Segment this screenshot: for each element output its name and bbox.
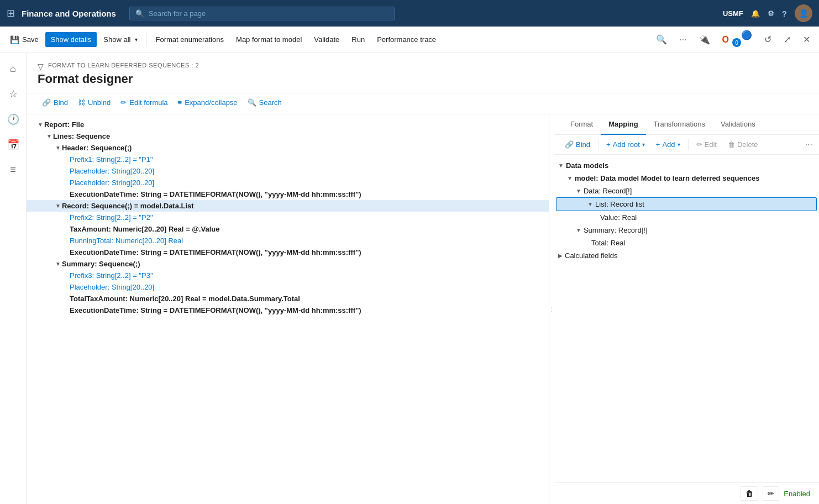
right-tree-total[interactable]: ▶ Total: Real	[554, 237, 819, 249]
save-button[interactable]: 💾 Save	[4, 32, 44, 48]
sidebar-clock-icon[interactable]: 🕐	[2, 108, 25, 131]
maximize-cmd-button[interactable]: ⤢	[779, 32, 795, 47]
right-tree-data-rec[interactable]: ▼ Data: Record[!]	[554, 185, 819, 197]
tab-transformations[interactable]: Transformations	[646, 114, 713, 135]
bind-tool-icon: 🔗	[42, 98, 51, 107]
plugin-cmd-button[interactable]: 🔌	[695, 32, 715, 47]
right-tree-model[interactable]: ▼ model: Data model Model to learn defer…	[554, 172, 819, 185]
show-all-button[interactable]: Show all ▾	[98, 32, 143, 47]
apps-grid-icon[interactable]: ⊞	[7, 7, 15, 19]
tree-item-runningtotal[interactable]: ▶ RunningTotal: Numeric[20..20] Real	[27, 235, 549, 246]
tree-text-execdate2: ExecutionDateTime: String = DATETIMEFORM…	[70, 248, 361, 256]
show-details-button[interactable]: Show details	[45, 32, 97, 47]
run-button[interactable]: Run	[346, 32, 370, 47]
format-enumerations-button[interactable]: Format enumerations	[150, 32, 230, 47]
avatar[interactable]: 👤	[795, 4, 812, 22]
right-edit-icon: ✏	[696, 140, 702, 149]
trash-bottom-button[interactable]: 🗑	[741, 486, 758, 501]
global-search-input[interactable]	[149, 9, 389, 18]
right-tree-value[interactable]: ▶ Value: Real	[554, 211, 819, 224]
tree-text-record: Record: Sequence(;) = model.Data.List	[62, 202, 194, 210]
show-all-caret-icon: ▾	[135, 36, 138, 43]
tab-mapping[interactable]: Mapping	[601, 114, 645, 135]
search-tool-icon: 🔍	[248, 98, 256, 107]
bottom-status-bar: 🗑 ✏ Enabled	[554, 482, 819, 504]
left-tree-pane[interactable]: ▼ Report: File ▼ Lines: Sequence ▼ Heade…	[27, 114, 549, 504]
tree-item-placeholder2[interactable]: ▶ Placeholder: String[20..20]	[27, 177, 549, 188]
close-cmd-button[interactable]: ✕	[799, 32, 815, 47]
tab-validations[interactable]: Validations	[713, 114, 763, 135]
right-toolbar-more-button[interactable]: ···	[805, 140, 812, 150]
left-sidebar: ⌂ ☆ 🕐 📅 ≡	[0, 53, 27, 504]
tree-item-placeholder1[interactable]: ▶ Placeholder: String[20..20]	[27, 165, 549, 177]
tree-text-placeholder2: Placeholder: String[20..20]	[70, 179, 154, 187]
expand-collapse-tool-button[interactable]: ≡ Expand/collapse	[174, 96, 242, 109]
right-tabs: Format Mapping Transformations Validatio…	[554, 114, 819, 135]
unbind-tool-button[interactable]: ⛓ Unbind	[74, 96, 115, 109]
command-bar: 💾 Save Show details Show all ▾ Format en…	[0, 27, 819, 53]
tree-text-lines: Lines: Sequence	[53, 132, 110, 140]
tree-item-prefix2[interactable]: ▶ Prefix2: String[2..2] = "P2"	[27, 212, 549, 223]
expand-data-rec-icon: ▼	[576, 188, 581, 194]
sidebar-star-icon[interactable]: ☆	[3, 82, 23, 106]
tree-item-execdate2[interactable]: ▶ ExecutionDateTime: String = DATETIMEFO…	[27, 246, 549, 258]
more-cmd-button[interactable]: ···	[675, 33, 691, 47]
expand-model-icon: ▼	[567, 175, 573, 181]
tab-format[interactable]: Format	[563, 114, 601, 135]
unbind-tool-icon: ⛓	[78, 98, 85, 107]
right-add-icon: +	[656, 140, 660, 149]
validate-button[interactable]: Validate	[308, 32, 345, 47]
right-add-root-button[interactable]: + Add root ▾	[602, 138, 649, 151]
search-tool-button[interactable]: 🔍 Search	[243, 96, 286, 109]
search-cmd-button[interactable]: 🔍	[652, 32, 671, 47]
tree-text-report: Report: File	[44, 120, 84, 129]
tree-item-placeholder3[interactable]: ▶ Placeholder: String[20..20]	[27, 281, 549, 293]
right-add-button[interactable]: + Add ▾	[652, 138, 685, 151]
tree-item-summary[interactable]: ▼ Summary: Sequence(;)	[27, 258, 549, 270]
sidebar-calendar-icon[interactable]: 📅	[2, 133, 25, 156]
map-format-to-model-button[interactable]: Map format to model	[230, 32, 307, 47]
tree-text-prefix1: Prefix1: String[2..2] = "P1"	[70, 155, 153, 164]
expand-header-icon: ▼	[55, 145, 61, 151]
office-cmd-button[interactable]: O	[718, 33, 733, 47]
right-tree-text-total: Total: Real	[591, 239, 625, 247]
tree-item-execdate1[interactable]: ▶ ExecutionDateTime: String = DATETIMEFO…	[27, 188, 549, 200]
right-delete-button[interactable]: 🗑 Delete	[723, 138, 763, 151]
bind-tool-button[interactable]: 🔗 Bind	[38, 96, 72, 109]
cmd-separator-1	[146, 33, 147, 46]
help-icon[interactable]: ?	[782, 9, 787, 18]
right-tree-text-list-rec: List: Record list	[595, 200, 644, 208]
tree-item-record[interactable]: ▼ Record: Sequence(;) = model.Data.List	[27, 200, 549, 212]
main-layout: ⌂ ☆ 🕐 📅 ≡ ▽ FORMAT TO LEARN DEFERRED SEQ…	[0, 53, 819, 504]
global-search-box[interactable]: 🔍	[129, 7, 395, 20]
filter-icon[interactable]: ▽	[38, 62, 44, 71]
tree-item-execdate3[interactable]: ▶ ExecutionDateTime: String = DATETIMEFO…	[27, 305, 549, 316]
tree-item-lines[interactable]: ▼ Lines: Sequence	[27, 130, 549, 142]
tree-item-totaltax[interactable]: ▶ TotalTaxAmount: Numeric[20..20] Real =…	[27, 293, 549, 305]
bell-icon[interactable]: 🔔	[751, 9, 760, 18]
right-bind-button[interactable]: 🔗 Bind	[560, 138, 595, 151]
split-drag-handle[interactable]: ⋮	[549, 114, 554, 504]
edit-formula-tool-button[interactable]: ✏ Edit formula	[116, 96, 172, 109]
notification-badge: 0	[732, 38, 741, 47]
refresh-cmd-button[interactable]: ↺	[760, 32, 776, 47]
tree-item-prefix1[interactable]: ▶ Prefix1: String[2..2] = "P1"	[27, 154, 549, 165]
tree-item-prefix3[interactable]: ▶ Prefix3: String[2..2] = "P3"	[27, 270, 549, 281]
pencil-bottom-button[interactable]: ✏	[763, 486, 779, 501]
right-tree-list-rec[interactable]: ▼ List: Record list	[556, 197, 817, 211]
right-tree-text-data-models: Data models	[566, 161, 608, 170]
right-tree-calc-fields[interactable]: ▶ Calculated fields	[554, 249, 819, 262]
designer-toolbar: 🔗 Bind ⛓ Unbind ✏ Edit formula ≡ Expand/…	[27, 93, 819, 114]
tree-text-execdate1: ExecutionDateTime: String = DATETIMEFORM…	[70, 190, 361, 198]
right-edit-button[interactable]: ✏ Edit	[692, 138, 721, 151]
sidebar-list-icon[interactable]: ≡	[4, 159, 22, 181]
right-tree-summary-rec[interactable]: ▼ Summary: Record[!]	[554, 224, 819, 237]
right-tree-data-models[interactable]: ▼ Data models	[554, 159, 819, 172]
tree-item-taxamount[interactable]: ▶ TaxAmount: Numeric[20..20] Real = @.Va…	[27, 223, 549, 235]
sidebar-home-icon[interactable]: ⌂	[4, 57, 22, 80]
tree-item-header[interactable]: ▼ Header: Sequence(;)	[27, 142, 549, 154]
right-tree[interactable]: ▼ Data models ▼ model: Data model Model …	[554, 155, 819, 482]
performance-trace-button[interactable]: Performance trace	[371, 32, 442, 47]
settings-icon[interactable]: ⚙	[768, 9, 774, 18]
tree-item-report[interactable]: ▼ Report: File	[27, 119, 549, 130]
